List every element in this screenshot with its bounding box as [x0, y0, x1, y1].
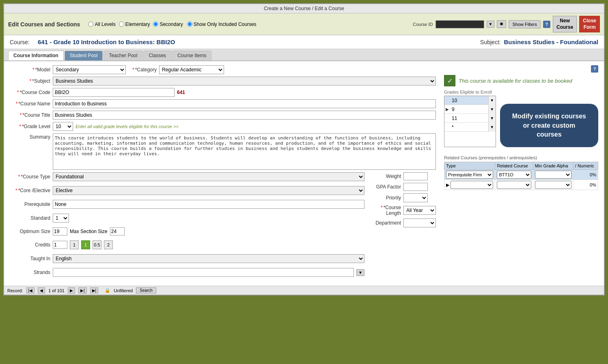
taught-in-select[interactable]: English [53, 254, 364, 263]
optimum-size-input[interactable] [53, 227, 67, 236]
tab-course-items[interactable]: Course Items [172, 51, 211, 60]
grade-level-select[interactable]: 10 [53, 122, 73, 131]
course-code-input[interactable] [53, 88, 175, 97]
subject-value: Business Studies - Foundational [504, 39, 598, 45]
credit-btn-2[interactable]: 2 [104, 240, 113, 249]
available-section: ✓ This course is available for classes t… [444, 75, 598, 86]
weight-input[interactable] [403, 172, 428, 180]
related-courses-label: Related Courses (prerequisites / antireq… [444, 155, 598, 160]
grade-row-star[interactable]: * ▼ [444, 123, 496, 132]
model-select[interactable]: Secondary [53, 65, 126, 74]
credits-input[interactable] [53, 241, 67, 249]
department-select[interactable] [403, 218, 436, 227]
prerequisite-label: Prerequisite [10, 201, 50, 207]
gpa-input[interactable] [403, 183, 428, 191]
standard-label: Standard [10, 215, 50, 221]
course-length-label: *Course Length [369, 205, 401, 216]
grade-row-9[interactable]: ▶ 9 ▼ [444, 105, 496, 114]
tab-bar: Course Information Student Pool Teacher … [4, 49, 604, 61]
header-help-button[interactable]: ? [543, 21, 550, 28]
weight-row: Weight [369, 172, 436, 180]
search-button[interactable]: Search [136, 287, 156, 293]
subject-row: *Subject Business Studies [10, 77, 436, 86]
tab-teacher-pool[interactable]: Teacher Pool [103, 51, 142, 60]
credits-label: Credits [10, 242, 50, 248]
grade-9-dropdown[interactable]: ▼ [488, 105, 496, 114]
grade-row-11[interactable]: 11 ▼ [444, 114, 496, 123]
nav-last-button[interactable]: ▶| [78, 287, 87, 293]
radio-secondary[interactable]: Secondary [153, 21, 183, 27]
related-type-1-select[interactable]: Prerequisite Firm [446, 171, 493, 179]
related-numeric-1: 0% [573, 170, 598, 180]
tab-student-pool[interactable]: Student Pool [65, 51, 103, 60]
nav-next-button[interactable]: ▶ [68, 287, 75, 293]
nav-end-button[interactable]: ▶| [90, 287, 99, 293]
course-id-star[interactable]: ✱ [497, 20, 506, 28]
related-course-2-select[interactable] [497, 181, 531, 189]
radio-elementary[interactable]: Elementary [119, 21, 150, 27]
related-grade-1-select[interactable] [535, 171, 571, 179]
course-id-input[interactable] [436, 20, 484, 28]
tab-classes[interactable]: Classes [143, 51, 171, 60]
header-bar: Edit Courses and Sections All Levels Ele… [4, 13, 604, 35]
standard-select[interactable]: 1 [53, 214, 69, 223]
core-elective-label: *Core /Elective [10, 188, 50, 193]
grade-arrow-9: ▶ [444, 107, 450, 111]
credit-btn-05[interactable]: 0.5 [93, 240, 101, 249]
related-course-1-select[interactable]: BTT1O [497, 171, 531, 179]
related-type-2-select[interactable] [451, 181, 493, 189]
strands-input[interactable]: [{"name":"Knowledge", "key": "k"},{"name… [53, 268, 354, 277]
related-row2-arrow: ▶ [446, 182, 449, 187]
grade-level-row: *Grade Level 10 Enter all valid grade le… [10, 122, 436, 131]
weight-label: Weight [369, 173, 401, 179]
course-type-select[interactable]: Foundational [53, 172, 364, 181]
nav-prev-button[interactable]: ◀ [38, 287, 45, 293]
strands-row: Strands [{"name":"Knowledge", "key": "k"… [10, 268, 364, 277]
show-only-checkbox[interactable]: Show Only Included Courses [187, 21, 257, 27]
strands-label: Strands [10, 270, 50, 275]
course-name-row: *Course Name [10, 99, 436, 108]
credit-btn-1[interactable]: 1 [70, 240, 79, 249]
available-checkbox[interactable]: ✓ [444, 75, 455, 86]
course-id-dropdown[interactable]: ▼ [487, 21, 495, 28]
related-grade-2-select[interactable] [535, 181, 571, 189]
grade-11-dropdown[interactable]: ▼ [488, 114, 496, 123]
priority-row: Priority [369, 193, 436, 202]
course-type-row: *Course Type Foundational [10, 172, 364, 181]
course-title-input[interactable] [53, 111, 436, 120]
grade-10-dropdown[interactable]: ▼ [488, 96, 496, 105]
subject-select[interactable]: Business Studies [53, 77, 436, 86]
department-row: Department [369, 218, 436, 227]
course-length-select[interactable]: All Year [403, 206, 436, 215]
form-help-button[interactable]: ? [591, 65, 598, 73]
model-row: *Model Secondary *Category Regular Acade… [10, 65, 436, 74]
available-text: This course is available for classes to … [459, 78, 572, 84]
priority-select[interactable] [403, 193, 428, 202]
nav-first-button[interactable]: |◀ [26, 287, 35, 293]
category-select[interactable]: Regular Academic [159, 65, 224, 74]
credit-btn-1-active[interactable]: 1 [81, 240, 90, 249]
close-form-button[interactable]: Close Form [579, 16, 600, 32]
new-course-button[interactable]: New Course [553, 16, 577, 32]
course-name-input[interactable] [53, 99, 436, 108]
show-filters-button[interactable]: Show Filters [509, 20, 541, 28]
app-title: Edit Courses and Sections [8, 21, 80, 28]
related-col-course: Related Course [495, 162, 533, 170]
tab-course-information[interactable]: Course Information [8, 51, 64, 60]
related-numeric-2: 0% [573, 180, 598, 190]
core-elective-select[interactable]: Elective [53, 186, 364, 195]
standard-row: Standard 1 [10, 214, 364, 223]
record-label: Record: [7, 288, 23, 293]
grade-row-10[interactable]: 10 ▼ [444, 96, 496, 105]
course-id-label: Course ID [413, 22, 433, 27]
strands-dropdown[interactable]: ▼ [356, 269, 364, 276]
radio-all-levels[interactable]: All Levels [88, 21, 115, 27]
related-col-numeric: / Numeric [573, 162, 598, 170]
grade-star-dropdown[interactable]: ▼ [488, 123, 496, 132]
priority-label: Priority [369, 195, 401, 201]
max-section-input[interactable] [110, 227, 125, 236]
level-radio-group: All Levels Elementary Secondary [88, 21, 183, 27]
summary-textarea[interactable]: This course introduces students to the w… [53, 133, 436, 170]
prerequisite-input[interactable] [53, 200, 364, 209]
prerequisite-row: Prerequisite [10, 200, 364, 209]
